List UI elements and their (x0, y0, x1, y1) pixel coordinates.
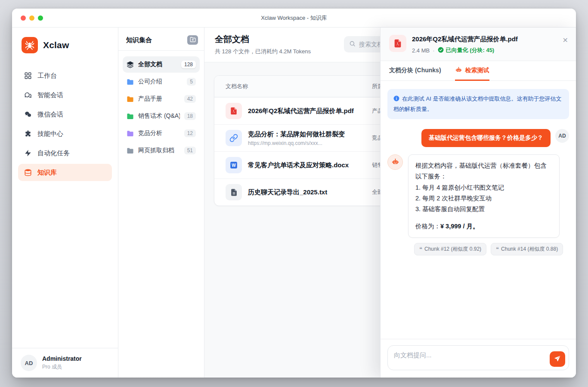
sidebar-item-smart-chat[interactable]: 智能会话 (18, 86, 112, 104)
column-doc-name: 文档名称 (226, 83, 372, 90)
svg-text:W: W (232, 163, 236, 168)
info-icon (393, 95, 399, 104)
collection-count: 5 (187, 78, 196, 86)
collection-label: 销售话术 (Q&A) (138, 112, 180, 120)
minimize-window-button[interactable] (29, 15, 34, 21)
sidebar-item-wechat-chat[interactable]: 微信会话 (18, 106, 112, 123)
collection-count: 12 (184, 129, 196, 137)
vectorized-status-badge: 已向量化 (分块: 45) (438, 46, 495, 54)
sidebar-item-label: 技能中心 (37, 130, 63, 138)
check-circle-icon (438, 47, 444, 54)
document-url: https://mp.weixin.qq.com/s/xxx... (248, 140, 345, 146)
close-panel-button[interactable]: ✕ (563, 37, 568, 44)
collection-label: 全部文档 (138, 61, 177, 68)
document-name: 常见客户抗单话术及应对策略.docx (248, 161, 349, 169)
tab-chunks[interactable]: 文档分块 (Chunks) (389, 61, 441, 81)
document-name: 2026年Q2私域代运营产品报价单.pdf (248, 107, 354, 115)
word-file-icon: W (226, 157, 242, 173)
collection-label: 产品手册 (138, 95, 180, 103)
folder-icon (127, 95, 134, 103)
collection-item-company-intro[interactable]: 公司介绍 5 (123, 74, 200, 90)
sidebar-item-knowledge-base[interactable]: 知识库 (18, 164, 112, 181)
citation-chips: ❝ Chunk #12 (相似度 0.92) ❝ Chunk #14 (相似度 … (414, 243, 569, 255)
wechat-icon (24, 111, 32, 119)
panel-input-area (381, 339, 576, 378)
paper-plane-icon (554, 355, 561, 363)
window-titlebar: Xclaw Workspace - 知识库 (12, 9, 576, 28)
ai-price-line: 价格为：¥ 3,999 / 月。 (415, 221, 552, 232)
collection-item-sales-qa[interactable]: 销售话术 (Q&A) 18 (123, 108, 200, 124)
sidebar-item-workbench[interactable]: 工作台 (18, 67, 112, 84)
collection-count: 18 (184, 112, 196, 120)
sidebar-item-label: 微信会话 (37, 111, 63, 119)
user-card[interactable]: AD Administrator Pro 成员 (12, 348, 118, 378)
citation-chip[interactable]: ❝ Chunk #14 (相似度 0.88) (491, 243, 563, 255)
ask-box (387, 345, 569, 370)
robot-icon (455, 66, 462, 75)
collection-count: 42 (184, 95, 196, 103)
collection-item-product-manual[interactable]: 产品手册 42 (123, 91, 200, 107)
ask-document-input[interactable] (388, 346, 544, 370)
sidebar-nav: 工作台 智能会话 微信会话 (12, 67, 118, 183)
document-name: 历史聊天记录导出_2025.txt (248, 188, 327, 197)
close-window-button[interactable] (21, 15, 26, 21)
document-detail-panel: 2026年Q2私域代运营产品报价单.pdf 2.4 MB · 已向量化 (分块:… (380, 28, 576, 378)
price-value: ¥ 3,999 / 月。 (440, 223, 479, 230)
brand-name: Xclaw (43, 40, 69, 50)
xclaw-spider-logo-icon (22, 37, 38, 53)
sidebar-item-skill-center[interactable]: 技能中心 (18, 125, 112, 142)
folder-icon (127, 113, 134, 120)
collection-count: 128 (181, 61, 196, 68)
database-icon (24, 169, 32, 177)
doc-size: 2.4 MB (412, 47, 430, 54)
panel-tabs: 文档分块 (Chunks) 检索测试 (381, 61, 576, 81)
traffic-lights (21, 9, 43, 27)
sidebar-item-label: 工作台 (37, 72, 57, 80)
sidebar-item-automation[interactable]: 自动化任务 (18, 144, 112, 162)
tab-retrieval-test[interactable]: 检索测试 (455, 61, 489, 81)
send-button[interactable] (550, 351, 565, 367)
user-avatar: AD (555, 129, 569, 143)
link-icon (226, 130, 242, 146)
folder-icon (127, 147, 134, 154)
ai-message-bubble: 根据文档内容，基础版代运营（标准套餐）包含以下服务： 1. 每月 4 篇原创小红… (408, 154, 560, 238)
collections-title: 知识集合 (126, 36, 152, 44)
quote-icon: ❝ (419, 246, 422, 252)
sidebar-item-label: 自动化任务 (37, 149, 70, 157)
collection-item-competitor-analysis[interactable]: 竞品分析 12 (123, 125, 200, 141)
ai-line: 3. 基础客服自动回复配置 (415, 204, 552, 215)
notice-text: 在此测试 AI 是否能准确从该文档中提取信息。这有助于您评估文档的解析质量。 (393, 95, 562, 112)
text-file-icon (226, 184, 242, 200)
ai-message-row: 根据文档内容，基础版代运营（标准套餐）包含以下服务： 1. 每月 4 篇原创小红… (387, 154, 569, 238)
pdf-file-icon (226, 103, 242, 119)
robot-avatar-icon (387, 154, 403, 170)
collection-label: 网页抓取归档 (138, 147, 180, 154)
collection-item-all-docs[interactable]: 全部文档 128 (123, 56, 200, 73)
folder-icon (127, 78, 134, 86)
panel-header: 2026年Q2私域代运营产品报价单.pdf 2.4 MB · 已向量化 (分块:… (381, 28, 576, 61)
pdf-file-icon (389, 35, 406, 52)
folder-icon (127, 130, 134, 137)
window-title: Xclaw Workspace - 知识库 (261, 14, 327, 22)
sidebar-spacer (12, 183, 118, 348)
search-icon (349, 40, 356, 49)
puzzle-icon (24, 130, 32, 138)
grid-icon (24, 72, 32, 80)
quote-icon: ❝ (496, 246, 499, 252)
new-collection-button[interactable] (187, 35, 198, 45)
collection-label: 竞品分析 (138, 129, 180, 137)
citation-chip[interactable]: ❝ Chunk #12 (相似度 0.92) (414, 243, 486, 255)
retrieval-chat-area: 在此测试 AI 是否能准确从该文档中提取信息。这有助于您评估文档的解析质量。 基… (381, 81, 576, 339)
ai-line: 根据文档内容，基础版代运营（标准套餐）包含以下服务： (415, 160, 552, 182)
collection-item-web-archive[interactable]: 网页抓取归档 51 (123, 142, 200, 159)
collections-panel: 知识集合 全部文档 128 公司介绍 (118, 28, 204, 378)
user-message-bubble: 基础版代运营包含哪些服务？价格是多少？ (421, 129, 551, 147)
panel-doc-name: 2026年Q2私域代运营产品报价单.pdf (412, 35, 518, 43)
sidebar-item-label: 智能会话 (37, 91, 63, 99)
collection-label: 公司介绍 (138, 78, 183, 86)
zoom-window-button[interactable] (38, 15, 43, 21)
chat-bubbles-icon (24, 91, 32, 99)
lightning-icon (24, 149, 32, 157)
user-name: Administrator (42, 355, 82, 362)
document-name: 竞品分析：某品牌如何做社群裂变 (248, 130, 345, 138)
